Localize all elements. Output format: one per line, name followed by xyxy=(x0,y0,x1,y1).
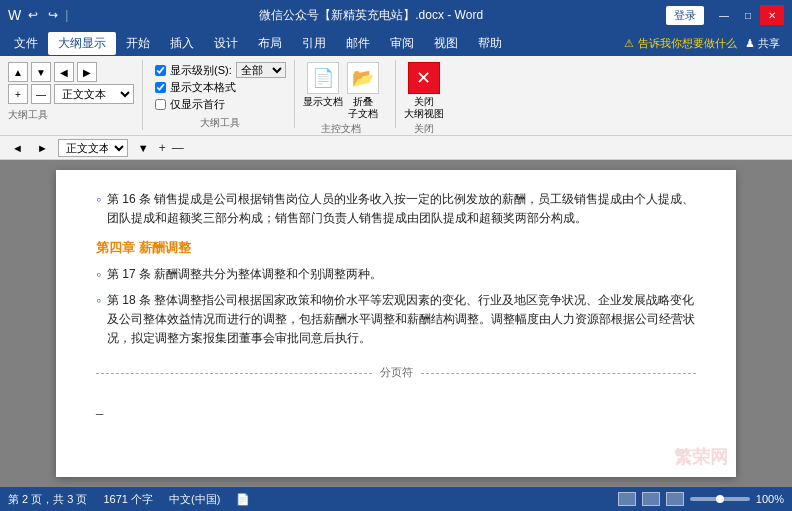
view-web-btn[interactable] xyxy=(666,492,684,506)
menu-insert[interactable]: 插入 xyxy=(160,32,204,55)
divider-line-left xyxy=(96,373,372,374)
outline-expand-btn[interactable]: + xyxy=(8,84,28,104)
article-18-row: ◦ 第 18 条 整体调整指公司根据国家政策和物价水平等宏观因素的变化、行业及地… xyxy=(96,291,696,349)
language: 中文(中国) xyxy=(169,492,220,507)
status-icon: 📄 xyxy=(236,493,250,506)
bullet-16: ◦ xyxy=(96,190,101,228)
menu-design[interactable]: 设计 xyxy=(204,32,248,55)
show-format-checkbox[interactable] xyxy=(155,82,166,93)
zoom-slider[interactable] xyxy=(690,497,750,501)
master-doc-title: 主控文档 xyxy=(321,122,361,136)
menu-references[interactable]: 引用 xyxy=(292,32,336,55)
quick-access-sep: | xyxy=(65,8,68,22)
ribbon: ▲ ▼ ◀ ▶ + — 正文文本 大纲工具 显示级别(S): 全部 显示文本格式 xyxy=(0,56,792,136)
show-level-checkbox[interactable] xyxy=(155,65,166,76)
article-17-text: 第 17 条 薪酬调整共分为整体调整和个别调整两种。 xyxy=(107,265,382,285)
show-tools-label: 大纲工具 xyxy=(155,116,286,130)
word-count: 1671 个字 xyxy=(103,492,153,507)
page-divider: 分页符 xyxy=(96,364,696,382)
collapse-subdoc-button[interactable]: 📂 折叠子文档 xyxy=(347,62,379,120)
show-level-row: 显示级别(S): 全部 xyxy=(155,62,286,78)
document-content: ◦ 第 16 条 销售提成是公司根据销售岗位人员的业务收入按一定的比例发放的薪酬… xyxy=(96,190,696,419)
article-16-row: ◦ 第 16 条 销售提成是公司根据销售岗位人员的业务收入按一定的比例发放的薪酬… xyxy=(96,190,696,228)
nav-arrow-down[interactable]: ▼ xyxy=(134,141,153,155)
show-tools-group: 显示级别(S): 全部 显示文本格式 仅显示首行 大纲工具 xyxy=(142,60,286,130)
maximize-button[interactable]: □ xyxy=(736,5,760,25)
page-info: 第 2 页，共 3 页 xyxy=(8,492,87,507)
close-group-title: 关闭 xyxy=(414,122,434,136)
warn-text: 告诉我你想要做什么 xyxy=(638,36,737,51)
show-firstline-label: 仅显示首行 xyxy=(170,97,225,112)
show-doc-label: 显示文档 xyxy=(303,96,343,108)
show-firstline-checkbox[interactable] xyxy=(155,99,166,110)
outline-down-btn[interactable]: ▼ xyxy=(31,62,51,82)
menu-review[interactable]: 审阅 xyxy=(380,32,424,55)
zoom-percent: 100% xyxy=(756,493,784,505)
menu-file[interactable]: 文件 xyxy=(4,32,48,55)
outline-nav-bar: ◄ ► 正文文本 ▼ + — xyxy=(0,136,792,160)
collapse-subdoc-icon: 📂 xyxy=(347,62,379,94)
divider-text: 分页符 xyxy=(380,364,413,382)
window-title: 微信公众号【新精英充电站】.docx - Word xyxy=(76,7,666,24)
chapter-4-heading: 第四章 薪酬调整 xyxy=(96,238,696,259)
outline-up-btn[interactable]: ▲ xyxy=(8,62,28,82)
redo-button[interactable]: ↪ xyxy=(45,6,61,24)
menu-outline[interactable]: 大纲显示 xyxy=(48,32,116,55)
outline-row2: + — 正文文本 xyxy=(8,84,134,104)
collapse-subdoc-label: 折叠子文档 xyxy=(348,96,378,120)
close-outline-label: 关闭大纲视图 xyxy=(404,96,444,120)
close-outline-button[interactable]: ✕ 关闭大纲视图 xyxy=(404,62,444,120)
article-18-text: 第 18 条 整体调整指公司根据国家政策和物价水平等宏观因素的变化、行业及地区竞… xyxy=(107,291,696,349)
title-bar: W ↩ ↪ | 微信公众号【新精英充电站】.docx - Word 登录 — □… xyxy=(0,0,792,30)
minimize-button[interactable]: — xyxy=(712,5,736,25)
master-doc-group: 📄 显示文档 📂 折叠子文档 主控文档 xyxy=(294,60,387,128)
undo-button[interactable]: ↩ xyxy=(25,6,41,24)
view-normal-btn[interactable] xyxy=(618,492,636,506)
watermark: 繁荣网 xyxy=(674,445,728,469)
divider-line-right xyxy=(421,373,697,374)
show-format-row: 显示文本格式 xyxy=(155,80,286,95)
menu-view[interactable]: 视图 xyxy=(424,32,468,55)
nav-indent-btn[interactable]: + xyxy=(159,141,166,155)
menu-home[interactable]: 开始 xyxy=(116,32,160,55)
close-outline-icon: ✕ xyxy=(408,62,440,94)
outline-right-btn[interactable]: ▶ xyxy=(77,62,97,82)
close-button[interactable]: ✕ xyxy=(760,5,784,25)
warn-icon: ⚠ xyxy=(624,37,634,50)
login-button[interactable]: 登录 xyxy=(666,6,704,25)
outline-tools-label: 大纲工具 xyxy=(8,108,134,122)
nav-forward-button[interactable]: ► xyxy=(33,141,52,155)
outline-row1: ▲ ▼ ◀ ▶ xyxy=(8,62,134,82)
outline-collapse-btn[interactable]: — xyxy=(31,84,51,104)
share-button[interactable]: ♟ 共享 xyxy=(737,34,788,53)
show-level-dropdown[interactable]: 全部 xyxy=(236,62,286,78)
status-right: 100% xyxy=(618,492,784,506)
show-doc-icon: 📄 xyxy=(307,62,339,94)
close-group: ✕ 关闭大纲视图 关闭 xyxy=(395,60,452,128)
view-read-btn[interactable] xyxy=(642,492,660,506)
menu-bar: 文件 大纲显示 开始 插入 设计 布局 引用 邮件 审阅 视图 帮助 ⚠ 告诉我… xyxy=(0,30,792,56)
window-controls-left: W ↩ ↪ | xyxy=(8,6,68,24)
menu-layout[interactable]: 布局 xyxy=(248,32,292,55)
master-doc-buttons: 📄 显示文档 📂 折叠子文档 xyxy=(303,62,379,120)
nav-back-button[interactable]: ◄ xyxy=(8,141,27,155)
document-page[interactable]: ◦ 第 16 条 销售提成是公司根据销售岗位人员的业务收入按一定的比例发放的薪酬… xyxy=(56,170,736,477)
show-level-label: 显示级别(S): xyxy=(170,63,232,78)
article-16-text: 第 16 条 销售提成是公司根据销售岗位人员的业务收入按一定的比例发放的薪酬，员… xyxy=(107,190,696,228)
nav-outdent-btn[interactable]: — xyxy=(172,141,184,155)
status-bar: 第 2 页，共 3 页 1671 个字 中文(中国) 📄 100% xyxy=(0,487,792,511)
show-doc-button[interactable]: 📄 显示文档 xyxy=(303,62,343,120)
nav-level-select[interactable]: 正文文本 xyxy=(58,139,128,157)
document-area: ◦ 第 16 条 销售提成是公司根据销售岗位人员的业务收入按一定的比例发放的薪酬… xyxy=(0,160,792,487)
menu-mailings[interactable]: 邮件 xyxy=(336,32,380,55)
cursor-line: _ xyxy=(96,398,696,419)
show-firstline-row: 仅显示首行 xyxy=(155,97,286,112)
article-17-row: ◦ 第 17 条 薪酬调整共分为整体调整和个别调整两种。 xyxy=(96,265,696,285)
menu-help[interactable]: 帮助 xyxy=(468,32,512,55)
bullet-18: ◦ xyxy=(96,291,101,349)
menu-warn[interactable]: ⚠ 告诉我你想要做什么 xyxy=(624,36,737,51)
bullet-17: ◦ xyxy=(96,265,101,285)
outline-left-btn[interactable]: ◀ xyxy=(54,62,74,82)
app-icon: W xyxy=(8,7,21,23)
outline-level-select[interactable]: 正文文本 xyxy=(54,84,134,104)
